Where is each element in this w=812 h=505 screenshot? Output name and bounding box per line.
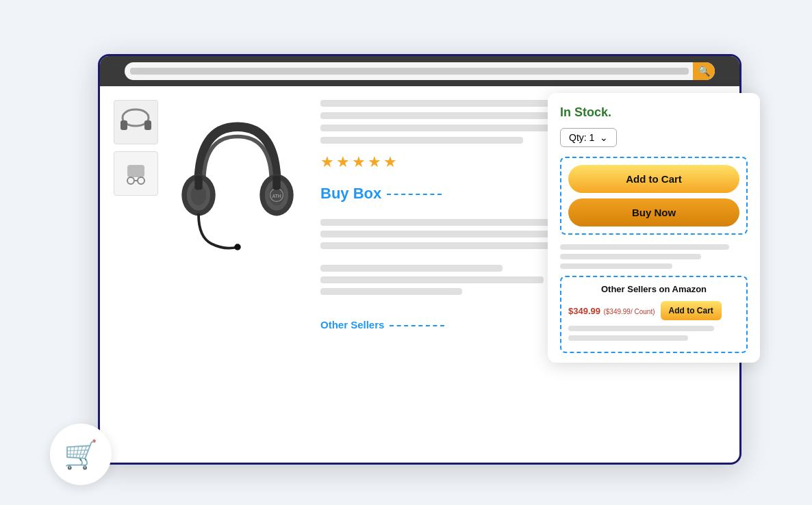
- buy-now-button[interactable]: Buy Now: [568, 198, 739, 226]
- buy-box-text: Buy Box: [320, 185, 381, 203]
- other-sellers-panel-title: Other Sellers on Amazon: [568, 284, 739, 294]
- star-1: ★: [320, 153, 334, 171]
- svg-rect-17: [272, 176, 280, 190]
- star-3: ★: [352, 153, 366, 171]
- desc-line-6: [320, 288, 462, 295]
- seller-line-1: [568, 326, 714, 331]
- detail-lines-1: [560, 244, 748, 269]
- svg-rect-16: [194, 176, 202, 190]
- seller-price-block: $349.99 ($349.99/ Count): [568, 305, 655, 317]
- buy-box-dashed-line: [387, 194, 442, 195]
- cart-badge: 🛒: [50, 424, 112, 485]
- seller-add-to-cart-button[interactable]: Add to Cart: [661, 301, 722, 320]
- browser-toolbar: 🔍: [100, 56, 739, 86]
- detail-line-3: [560, 263, 672, 269]
- svg-text:ATH: ATH: [272, 194, 281, 198]
- in-stock-status: In Stock.: [560, 105, 748, 120]
- buy-box-panel: In Stock. Qty: 1 ⌄ Add to Cart Buy Now: [548, 93, 760, 363]
- cart-icon: 🛒: [64, 439, 98, 471]
- other-sellers-text: Other Sellers: [320, 319, 384, 331]
- svg-rect-2: [144, 120, 151, 130]
- thumbnail-column: [114, 100, 162, 449]
- star-4: ★: [368, 153, 381, 171]
- page-content: ATH ★: [100, 86, 739, 463]
- search-icon: 🔍: [698, 66, 710, 77]
- title-line-3: [320, 125, 563, 131]
- star-5: ★: [383, 153, 397, 171]
- thumbnail-2[interactable]: [114, 151, 158, 196]
- buy-box-section: Add to Cart Buy Now: [560, 157, 748, 235]
- desc-line-3: [320, 242, 563, 249]
- desc-line-4: [320, 265, 503, 272]
- detail-line-1: [560, 244, 729, 250]
- other-sellers-panel: Other Sellers on Amazon $349.99 ($349.99…: [560, 276, 748, 353]
- qty-label: Qty: 1: [569, 132, 594, 143]
- search-button[interactable]: 🔍: [693, 62, 715, 80]
- address-bar[interactable]: 🔍: [125, 62, 715, 80]
- star-2: ★: [336, 153, 350, 171]
- svg-rect-3: [127, 165, 144, 177]
- url-text: [130, 68, 689, 75]
- qty-selector[interactable]: Qty: 1 ⌄: [560, 128, 617, 147]
- svg-rect-1: [120, 120, 127, 130]
- desc-line-5: [320, 276, 544, 283]
- svg-point-4: [127, 177, 134, 184]
- detail-line-2: [560, 254, 701, 259]
- seller-price-sub: ($349.99/ Count): [603, 308, 655, 315]
- svg-point-5: [138, 177, 144, 184]
- product-image: ATH: [173, 100, 309, 449]
- seller-line-2: [568, 335, 688, 341]
- seller-price: $349.99: [568, 306, 600, 316]
- thumbnail-1[interactable]: [114, 100, 158, 144]
- seller-row-1: $349.99 ($349.99/ Count) Add to Cart: [568, 301, 739, 320]
- browser-window: 🔍: [98, 54, 741, 465]
- svg-point-15: [234, 244, 241, 250]
- title-line-4: [320, 137, 523, 144]
- other-sellers-dashed-line: [390, 325, 444, 326]
- add-to-cart-button[interactable]: Add to Cart: [568, 165, 739, 193]
- seller-detail-lines: [568, 326, 739, 341]
- chevron-down-icon: ⌄: [600, 132, 608, 143]
